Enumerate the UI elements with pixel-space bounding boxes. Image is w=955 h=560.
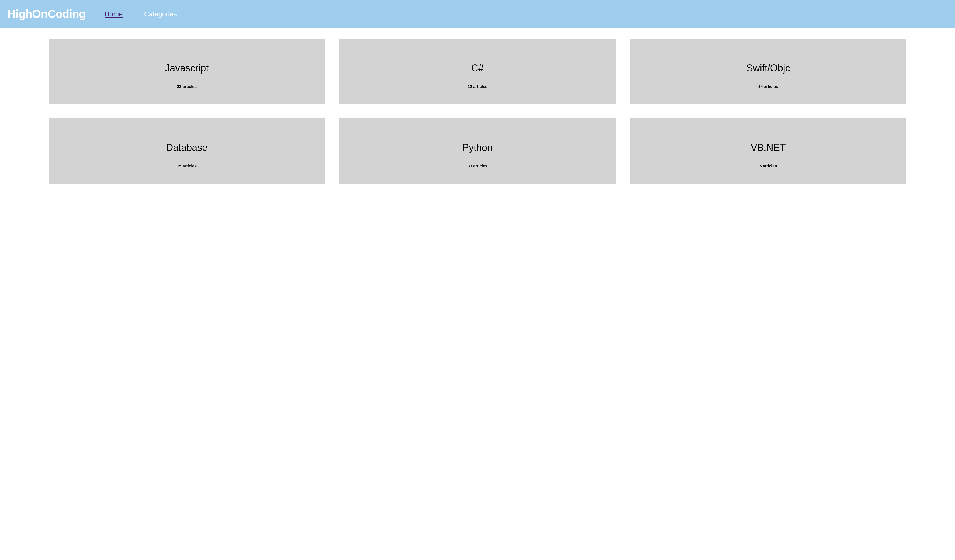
category-card-vbnet[interactable]: VB.NET 5 articles xyxy=(630,118,906,184)
nav-link-categories[interactable]: Categories xyxy=(144,10,177,18)
header: HighOnCoding Home Categories xyxy=(0,0,955,28)
category-title: Database xyxy=(166,142,208,153)
category-title: Javascript xyxy=(165,63,208,74)
category-title: Swift/Objc xyxy=(747,63,790,74)
content: Javascript 23 articles C# 12 articles Sw… xyxy=(0,28,955,195)
category-card-python[interactable]: Python 33 articles xyxy=(339,118,616,184)
category-count: 12 articles xyxy=(468,84,487,89)
nav: Home Categories xyxy=(105,10,177,18)
category-count: 5 articles xyxy=(759,164,777,168)
category-title: Python xyxy=(462,142,493,153)
category-card-csharp[interactable]: C# 12 articles xyxy=(339,39,616,104)
category-count: 34 articles xyxy=(758,84,778,89)
category-card-javascript[interactable]: Javascript 23 articles xyxy=(49,39,325,104)
site-title: HighOnCoding xyxy=(8,8,86,20)
category-title: VB.NET xyxy=(751,142,786,153)
category-card-swift-objc[interactable]: Swift/Objc 34 articles xyxy=(630,39,906,104)
category-grid: Javascript 23 articles C# 12 articles Sw… xyxy=(49,39,906,184)
nav-link-home[interactable]: Home xyxy=(105,10,123,18)
category-title: C# xyxy=(471,63,484,74)
category-card-database[interactable]: Database 15 articles xyxy=(49,118,325,184)
category-count: 15 articles xyxy=(177,164,197,168)
category-count: 33 articles xyxy=(468,164,487,168)
category-count: 23 articles xyxy=(177,84,197,89)
